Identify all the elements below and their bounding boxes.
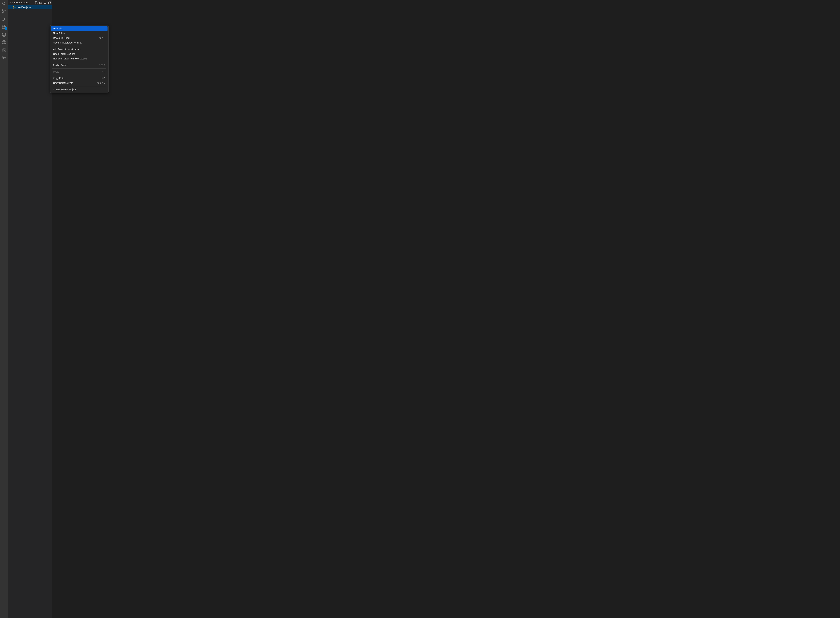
context-menu-item[interactable]: Find in Folder...⌥⇧F bbox=[51, 63, 107, 67]
context-menu-item: Paste⌘V bbox=[51, 69, 107, 74]
extensions-icon[interactable]: 3 bbox=[1, 25, 6, 29]
svg-point-15 bbox=[4, 41, 4, 42]
svg-rect-10 bbox=[2, 27, 4, 28]
svg-marker-5 bbox=[3, 18, 5, 20]
svg-point-30 bbox=[15, 7, 15, 7]
context-menu-item-label: Paste bbox=[53, 70, 59, 73]
svg-marker-19 bbox=[3, 49, 5, 51]
collapse-all-icon[interactable] bbox=[48, 1, 51, 4]
github-icon[interactable] bbox=[1, 32, 6, 37]
context-menu: New File...New Folder...Reveal in Finder… bbox=[50, 25, 109, 93]
svg-point-0 bbox=[3, 2, 5, 5]
json-file-icon bbox=[13, 6, 16, 9]
context-menu-item-shortcut: ⌥⌘C bbox=[99, 77, 106, 80]
context-menu-item-label: Copy Relative Path bbox=[53, 81, 73, 85]
context-menu-separator bbox=[52, 75, 106, 75]
context-menu-item-label: New Folder... bbox=[53, 31, 67, 35]
file-tree: manifest.json bbox=[8, 5, 52, 618]
context-menu-item-label: Remove Folder from Workspace bbox=[53, 57, 87, 60]
context-menu-item-shortcut: ⌥⇧⌘C bbox=[97, 81, 106, 85]
svg-rect-12 bbox=[4, 25, 6, 26]
context-menu-item-shortcut: ⌥⌘R bbox=[99, 36, 106, 40]
context-menu-item[interactable]: Remove Folder from Workspace bbox=[51, 56, 107, 61]
context-menu-item-label: Reveal in Finder bbox=[53, 36, 70, 40]
svg-point-4 bbox=[5, 10, 6, 11]
context-menu-item-label: Create Maven Project bbox=[53, 88, 76, 91]
context-menu-item-label: Open in Integrated Terminal bbox=[53, 41, 82, 45]
context-menu-item[interactable]: New File... bbox=[51, 26, 107, 31]
context-menu-separator bbox=[52, 86, 106, 86]
file-name-label: manifest.json bbox=[17, 6, 31, 9]
explorer-section-header[interactable]: CHROME EXTEN… bbox=[8, 0, 52, 5]
new-folder-icon[interactable] bbox=[39, 1, 42, 4]
context-menu-item-shortcut: ⌘V bbox=[101, 70, 106, 73]
activity-bar: 3 bbox=[0, 0, 8, 618]
chevron-down-icon bbox=[9, 1, 12, 4]
svg-line-1 bbox=[5, 4, 6, 5]
context-menu-item[interactable]: Reveal in Finder⌥⌘R bbox=[51, 36, 107, 40]
source-control-icon[interactable] bbox=[1, 9, 6, 14]
context-menu-separator bbox=[52, 62, 106, 62]
gitlens-icon[interactable] bbox=[1, 40, 6, 45]
search-icon[interactable] bbox=[1, 1, 6, 6]
svg-point-3 bbox=[2, 12, 3, 13]
svg-point-16 bbox=[4, 43, 4, 44]
run-debug-icon[interactable] bbox=[1, 17, 6, 21]
explorer-section-title: CHROME EXTEN… bbox=[12, 1, 34, 4]
file-tree-item[interactable]: manifest.json bbox=[8, 5, 52, 9]
context-menu-item[interactable]: New Folder... bbox=[51, 31, 107, 36]
context-menu-item-label: Add Folder to Workspace... bbox=[53, 48, 82, 51]
context-menu-item-label: Open Folder Settings bbox=[53, 52, 75, 56]
editor-area bbox=[52, 0, 840, 618]
comments-icon[interactable] bbox=[1, 55, 6, 60]
explorer-section-actions bbox=[35, 1, 51, 4]
extensions-badge: 3 bbox=[5, 27, 7, 30]
bolt-icon[interactable] bbox=[1, 48, 6, 52]
context-menu-item[interactable]: Open in Integrated Terminal bbox=[51, 40, 107, 45]
context-menu-item-label: Copy Path bbox=[53, 77, 64, 80]
context-menu-item[interactable]: Add Folder to Workspace... bbox=[51, 47, 107, 52]
context-menu-item-label: New File... bbox=[53, 27, 64, 30]
context-menu-item-label: Find in Folder... bbox=[53, 64, 69, 67]
svg-rect-9 bbox=[2, 25, 4, 27]
context-menu-item[interactable]: Copy Path⌥⌘C bbox=[51, 76, 107, 80]
refresh-icon[interactable] bbox=[43, 1, 46, 4]
new-file-icon[interactable] bbox=[35, 1, 38, 4]
explorer-sidebar: CHROME EXTEN… manifest.json bbox=[8, 0, 52, 618]
context-menu-item[interactable]: Open Folder Settings bbox=[51, 52, 107, 56]
context-menu-item[interactable]: Create Maven Project bbox=[51, 87, 107, 92]
context-menu-item-shortcut: ⌥⇧F bbox=[99, 64, 106, 67]
svg-point-2 bbox=[2, 10, 3, 10]
context-menu-item[interactable]: Copy Relative Path⌥⇧⌘C bbox=[51, 80, 107, 85]
